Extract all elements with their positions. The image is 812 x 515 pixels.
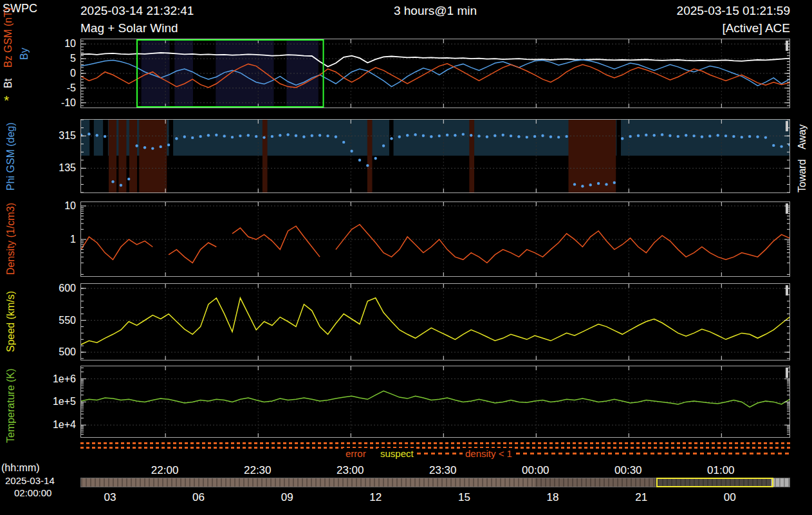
mini-scrollbar-thumb[interactable] xyxy=(786,368,788,378)
data-quality-band xyxy=(568,120,616,192)
mini-scrollbar-thumb[interactable] xyxy=(786,121,788,131)
density-chart xyxy=(81,202,789,276)
phi-point xyxy=(374,157,377,160)
phi-point xyxy=(311,135,313,137)
hour-tick-label: 06 xyxy=(180,491,218,504)
phi-point xyxy=(191,136,194,139)
phi-point xyxy=(207,134,210,136)
speed-chart xyxy=(81,284,789,360)
phi-point xyxy=(120,184,122,187)
magnetic-field-ytick-label: 10 xyxy=(0,38,76,50)
phi-point xyxy=(382,144,385,147)
view-end-time: 2025-03-15 01:21:59 xyxy=(677,4,790,18)
phi-point xyxy=(279,134,281,136)
speed-line xyxy=(81,298,789,344)
data-source[interactable]: [Active] ACE xyxy=(722,21,790,35)
phi-point xyxy=(653,134,656,136)
phi-point xyxy=(692,135,695,137)
data-quality-band xyxy=(89,120,94,192)
density-line xyxy=(169,243,216,263)
phi-point xyxy=(358,159,361,162)
temperature-line xyxy=(81,391,789,407)
phi-point xyxy=(406,134,409,136)
phi-point xyxy=(756,135,759,138)
timebar-window[interactable] xyxy=(656,478,773,487)
day-timeline-scrollbar[interactable] xyxy=(80,478,790,487)
mini-scrollbar-thumb[interactable] xyxy=(786,203,788,214)
phi-point xyxy=(342,141,345,144)
phi-point xyxy=(462,133,465,135)
timeline-start-date: 2025-03-14 xyxy=(5,475,55,486)
phi-point xyxy=(135,144,138,147)
phi-point xyxy=(430,135,432,138)
phi-point xyxy=(541,135,544,137)
phi-point xyxy=(183,135,186,138)
time-tick-label: 01:00 xyxy=(697,464,744,477)
time-tick-label: 00:00 xyxy=(512,464,558,477)
time-tick-label: 23:30 xyxy=(420,464,466,477)
time-axis-unit-label: (hh:mm) xyxy=(1,462,40,474)
phi-point xyxy=(335,135,337,138)
phi-point xyxy=(486,135,488,138)
magnetic-field-chart xyxy=(81,39,789,108)
phi-point xyxy=(104,135,106,138)
phi-point xyxy=(111,180,114,183)
phi-point xyxy=(589,183,592,186)
phi-point xyxy=(215,134,217,136)
phi-point xyxy=(605,183,607,185)
speed-ytick-label: 600 xyxy=(0,283,76,294)
phi-point xyxy=(326,135,329,137)
plot-title[interactable]: Mag + Solar Wind xyxy=(80,21,178,35)
phi-point xyxy=(772,144,775,147)
phi-point xyxy=(255,135,257,138)
magnetic-field-ytick-label: 5 xyxy=(0,53,76,64)
phi-point xyxy=(390,137,392,140)
phi-point xyxy=(318,134,321,136)
temperature-panel[interactable] xyxy=(80,366,790,438)
mag-field-panel[interactable] xyxy=(80,39,790,108)
phi-point xyxy=(621,137,623,140)
data-quality-band xyxy=(616,120,621,192)
phi-point xyxy=(350,150,353,153)
data-quality-band xyxy=(389,120,394,192)
phi-point xyxy=(438,135,441,137)
suspect-shade-band xyxy=(174,39,193,108)
phi-point xyxy=(398,135,401,138)
speed-ytick-label: 500 xyxy=(0,346,76,358)
phi-angle-panel[interactable] xyxy=(80,119,790,193)
phi-point xyxy=(477,135,480,137)
phi-point xyxy=(717,134,719,136)
phi-point xyxy=(414,133,416,136)
mini-scrollbar-thumb[interactable] xyxy=(786,41,788,51)
phi-point xyxy=(422,135,425,137)
phi-point xyxy=(88,133,90,135)
phi-point xyxy=(637,135,640,137)
suspect-flag-label: suspect xyxy=(378,448,416,459)
phi-point xyxy=(764,136,767,138)
phi-point xyxy=(708,135,711,137)
density-panel[interactable] xyxy=(80,201,790,277)
temperature-ytick-label: 1e+4 xyxy=(0,419,76,431)
magnetic-field-ytick-label: -10 xyxy=(0,97,76,109)
phi-point xyxy=(517,135,520,138)
data-quality-band xyxy=(263,120,268,192)
phi-angle-chart xyxy=(81,120,789,192)
phi-point xyxy=(223,135,226,137)
phi-angle-ytick-label: 315 xyxy=(0,130,76,142)
phi-point xyxy=(160,145,162,148)
suspect-flag-row xyxy=(80,447,790,449)
error-flag-label: error xyxy=(343,448,369,459)
phi-point xyxy=(685,134,687,136)
mini-scrollbar-thumb[interactable] xyxy=(786,285,788,295)
phi-point xyxy=(247,134,250,136)
phi-point xyxy=(263,136,265,138)
time-tick-label: 22:30 xyxy=(234,464,281,477)
data-quality-band xyxy=(169,120,174,192)
phi-point xyxy=(502,134,504,136)
hour-tick-label: 21 xyxy=(622,491,661,504)
phi-point xyxy=(549,135,552,138)
phi-point xyxy=(199,135,201,138)
speed-panel[interactable] xyxy=(80,283,790,360)
toward-sector-label: Toward xyxy=(795,155,809,196)
temperature-ytick-label: 1e+5 xyxy=(0,396,76,407)
